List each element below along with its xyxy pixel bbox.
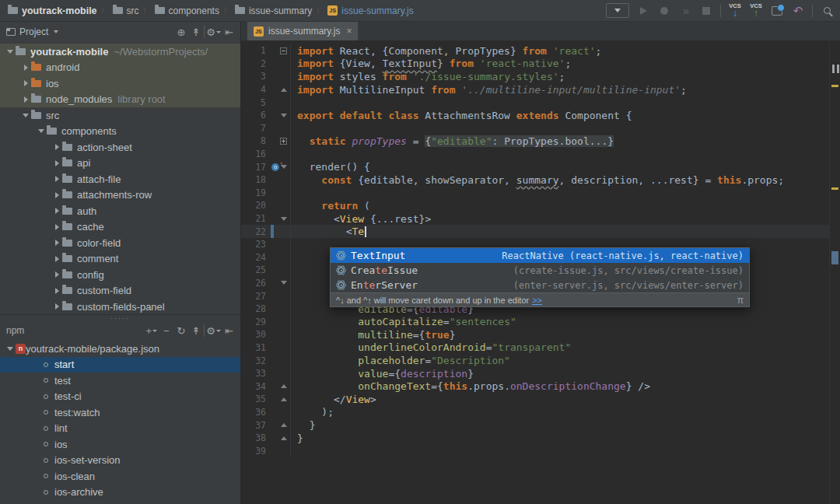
line-number[interactable]: 6 [241, 110, 266, 121]
chevron-right-icon[interactable] [55, 256, 59, 262]
line-number[interactable]: 27 [241, 291, 266, 302]
chevron-right-icon[interactable] [55, 288, 59, 294]
code-line[interactable]: 4import MultilineInput from '../multilin… [241, 83, 829, 96]
hide-panel-icon[interactable]: ⇤ [222, 325, 236, 337]
warning-mark[interactable] [831, 187, 838, 190]
project-panel-title[interactable]: Project [19, 26, 48, 37]
chevron-right-icon[interactable] [24, 80, 28, 86]
run-button[interactable] [636, 3, 650, 19]
line-number[interactable]: 16 [241, 149, 266, 159]
fold-marker-icon[interactable] [281, 114, 287, 117]
collapse-all-icon[interactable]: ↟ [189, 325, 202, 337]
code-line[interactable]: 7 [241, 122, 829, 135]
fold-marker-icon[interactable] [281, 217, 287, 221]
line-number[interactable]: 24 [241, 252, 266, 263]
code-line[interactable]: 39 [241, 444, 829, 457]
fold-marker-icon[interactable] [281, 88, 287, 92]
completion-item[interactable]: EnterServer(enter-server.js, src/views/e… [331, 278, 749, 292]
tree-item[interactable]: src [0, 107, 240, 124]
breadcrumb-item[interactable]: components [155, 5, 219, 16]
fold-marker-icon[interactable] [280, 47, 287, 54]
npm-script-item[interactable]: ios-archive [0, 485, 240, 501]
chevron-right-icon[interactable] [24, 65, 28, 71]
code-line[interactable]: 38} [241, 432, 829, 445]
code-line[interactable]: 37 } [241, 418, 829, 432]
line-number[interactable]: 17 [241, 162, 266, 173]
debug-button[interactable] [657, 3, 671, 19]
npm-script-item[interactable]: test-ci [0, 389, 240, 405]
hide-panel-icon[interactable]: ⇤ [222, 26, 236, 38]
refresh-icon[interactable]: ↻ [174, 325, 187, 337]
code-line[interactable]: 1import React, {Component, PropTypes} fr… [241, 44, 829, 58]
chevron-down-icon[interactable] [7, 347, 13, 351]
code-line[interactable]: 5 [241, 96, 829, 109]
tree-item[interactable]: youtrack-mobile~/WebstormProjects/ [0, 44, 240, 60]
line-number[interactable]: 38 [241, 432, 266, 443]
fold-marker-icon[interactable] [281, 423, 287, 427]
code-line[interactable]: 34 onChangeText={this.props.onDescriptio… [241, 380, 829, 393]
code-line[interactable]: 17o render() { [241, 160, 829, 173]
breadcrumb-item[interactable]: issue-summary [235, 5, 312, 16]
line-number[interactable]: 34 [241, 381, 266, 392]
fold-marker-icon[interactable] [281, 281, 287, 285]
tree-item[interactable]: attachments-row [0, 187, 240, 204]
line-number[interactable]: 21 [241, 213, 266, 224]
tree-item[interactable]: api [0, 156, 240, 172]
tree-item[interactable]: color-field [0, 235, 240, 251]
tree-item[interactable]: config [0, 267, 240, 283]
tree-item[interactable]: custom-field [0, 283, 240, 299]
code-line[interactable]: 36 ); [241, 406, 829, 419]
fold-marker-icon[interactable] [281, 436, 287, 440]
line-number[interactable]: 22 [241, 226, 266, 237]
breadcrumb-item[interactable]: src [113, 5, 139, 16]
code-line[interactable]: 8 static propTypes = {"editable": PropTy… [241, 135, 829, 148]
code-line[interactable]: 2import {View, TextInput} from 'react-na… [241, 58, 829, 71]
npm-script-item[interactable]: lint [0, 421, 240, 437]
settings-gear-icon[interactable]: ⚙ [206, 325, 221, 337]
chevron-down-icon[interactable] [7, 50, 13, 54]
warning-mark[interactable] [831, 85, 838, 87]
code-line[interactable]: 22 <Te [241, 225, 829, 238]
line-number[interactable]: 26 [241, 278, 266, 289]
tree-item[interactable]: android [0, 60, 240, 76]
line-number[interactable]: 37 [241, 420, 266, 431]
tab-issue-summary-js[interactable]: JS issue-summary.js × [247, 22, 359, 40]
fold-marker-icon[interactable] [281, 397, 287, 401]
overrides-icon[interactable]: o [271, 163, 279, 171]
code-line[interactable]: 31 underlineColorAndroid="transparent" [241, 341, 829, 355]
line-number[interactable]: 33 [241, 368, 266, 379]
skip-button[interactable]: » [678, 3, 692, 19]
line-number[interactable]: 3 [241, 71, 266, 82]
npm-package-row[interactable]: nyoutrack-mobile/package.json [0, 341, 240, 357]
line-number[interactable]: 7 [241, 123, 266, 134]
line-number[interactable]: 32 [241, 355, 266, 366]
tree-item[interactable]: cache [0, 219, 240, 236]
code-line[interactable]: 6export default class AttachmentsRow ext… [241, 109, 829, 122]
completion-item[interactable]: TextInputReactNative (react-native.js, r… [331, 248, 749, 263]
line-number[interactable]: 23 [241, 239, 266, 250]
remove-icon[interactable]: − [159, 325, 173, 337]
panel-splitter[interactable]: ····· [0, 314, 240, 320]
tree-item[interactable]: auth [0, 203, 240, 219]
npm-script-item[interactable]: ios-set-version [0, 453, 240, 469]
tree-item[interactable]: components [0, 124, 240, 140]
line-number[interactable]: 31 [241, 342, 266, 353]
tree-item[interactable]: comment [0, 251, 240, 268]
vcs-update-button[interactable]: VCS↓ [728, 3, 742, 19]
tree-item[interactable]: node_moduleslibrary root [0, 92, 240, 108]
chevron-right-icon[interactable] [55, 176, 59, 182]
stop-button[interactable] [699, 3, 713, 19]
line-number[interactable]: 5 [241, 97, 266, 108]
folded-region-icon[interactable] [280, 138, 287, 145]
line-number[interactable]: 4 [241, 84, 266, 95]
recent-changes-button[interactable] [770, 3, 784, 19]
chevron-right-icon[interactable] [55, 208, 59, 214]
code-line[interactable]: 29 autoCapitalize="sentences" [241, 315, 829, 328]
line-number[interactable]: 30 [241, 329, 266, 340]
tree-item[interactable]: action-sheet [0, 139, 240, 156]
chevron-right-icon[interactable] [55, 240, 59, 246]
tree-item[interactable]: custom-fields-panel [0, 299, 240, 314]
completion-item[interactable]: CreateIssue(create-issue.js, src/views/c… [331, 263, 749, 278]
code-line[interactable]: 32 placeholder="Description" [241, 354, 829, 367]
chevron-right-icon[interactable] [24, 96, 28, 103]
